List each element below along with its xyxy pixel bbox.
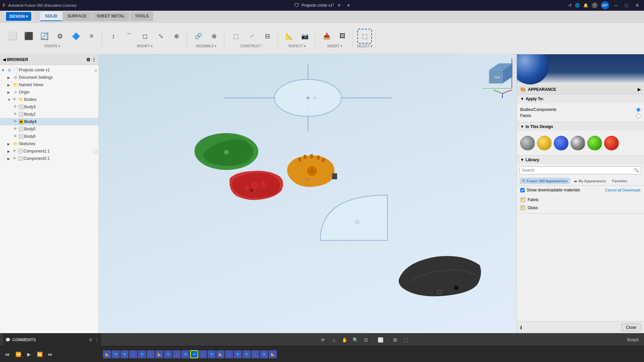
tl-item-6[interactable]: ↕ [147, 350, 155, 358]
tl-item-20[interactable]: 📐 [269, 350, 277, 358]
tl-item-14[interactable]: 📐 [216, 350, 224, 358]
tab-solid[interactable]: SOLID [40, 12, 62, 21]
tree-eye-comp2[interactable]: 👁 [13, 156, 17, 161]
ap-show-downloadable-checkbox[interactable] [520, 188, 525, 192]
vt-zoom-window-btn[interactable]: ⊡ [361, 335, 371, 345]
vt-zoom-btn[interactable]: 🔍 [351, 335, 360, 345]
tb-scale[interactable]: ⤡ [153, 29, 168, 44]
vt-pan-btn[interactable]: ✋ [340, 335, 349, 345]
tb-shell[interactable]: ◻ [138, 29, 152, 44]
browser-collapse-icon[interactable]: ◀ [3, 57, 6, 62]
tl-item-4[interactable]: ↕ [129, 350, 137, 358]
ap-apply-to-header[interactable]: ▼ Apply To: [517, 95, 644, 103]
ap-tab-fusion360[interactable]: ↻ Fusion 360 Appearances [520, 178, 570, 184]
tb-joint-origin[interactable]: ⊕ [207, 29, 221, 44]
tree-item-root[interactable]: ▼ ⊙ 📄 Projecte conte v1 ◎ [0, 66, 99, 74]
tree-item-origin[interactable]: ▶ ⊕ Origin [0, 88, 99, 96]
tree-eye-body2[interactable]: 👁 [13, 112, 18, 117]
ap-tab-favorites[interactable]: Favorites [609, 178, 630, 184]
ap-search-bar[interactable]: 🔍 [520, 166, 641, 174]
tree-item-body3[interactable]: 👁 □ Body3 [0, 103, 99, 111]
tl-next-btn[interactable]: ⏩ [35, 350, 44, 359]
obj-orange[interactable] [283, 152, 337, 189]
vt-orbit-btn[interactable]: ⟳ [318, 335, 328, 345]
bell-icon[interactable]: 🔔 [583, 3, 588, 8]
tb-decal[interactable]: 🖼 [335, 29, 350, 44]
tb-measure[interactable]: 📐 [282, 29, 297, 44]
tl-end-btn[interactable]: ⏭ [46, 350, 55, 359]
ap-cancel-downloads-link[interactable]: Cancel all Downloads [605, 188, 641, 192]
tb-extrude[interactable]: ⬛ [21, 29, 36, 44]
tree-item-bodies[interactable]: ▼ 👁 📁 Bodies [0, 96, 99, 103]
close-btn[interactable]: ✕ [633, 2, 641, 9]
globe-icon[interactable]: 🌐 [575, 3, 580, 8]
maximize-btn[interactable]: □ [623, 2, 630, 9]
tb-joint[interactable]: 🔗 [191, 29, 206, 44]
tb-plane-angle[interactable]: ⟋ [244, 29, 259, 44]
tree-item-body2[interactable]: 👁 □ Body2 [0, 111, 99, 118]
tb-mirror[interactable]: ≡ [84, 29, 99, 44]
tree-item-body6[interactable]: 👁 □ Body6 [0, 133, 99, 140]
tree-arrow-sketches[interactable]: ▶ [7, 142, 12, 146]
tree-arrow-namedviews[interactable]: ▶ [7, 83, 12, 87]
ap-search-button[interactable]: 🔍 [632, 167, 641, 174]
vt-home-btn[interactable]: ⌂ [329, 335, 338, 345]
tree-item-docsettings[interactable]: ▶ ⚙ Document Settings [0, 74, 99, 81]
ap-radio-bodies[interactable] [636, 108, 641, 112]
tl-item-7[interactable]: 📐 [155, 350, 163, 358]
tree-item-comp1[interactable]: ▶ 👁 □ Component1:1 ◯ [0, 147, 99, 155]
vt-viewcube-btn[interactable]: ⬜ [376, 335, 385, 345]
tl-item-9[interactable]: ↕ [173, 350, 181, 358]
tree-eye-bodies[interactable]: 👁 [13, 97, 17, 102]
tree-item-comp2[interactable]: ▶ 👁 □ Component2:1 [0, 155, 99, 162]
tl-item-10[interactable]: 🔷 [181, 350, 190, 358]
tl-item-2[interactable]: 🔷 [112, 350, 120, 358]
swatch-green[interactable] [587, 136, 602, 150]
tb-select[interactable]: ⬚ [357, 29, 372, 44]
tree-item-namedviews[interactable]: ▶ 📁 Named Views [0, 81, 99, 88]
tree-item-sketches[interactable]: ▶ 📁 Sketches [0, 140, 99, 147]
tl-item-8[interactable]: 🔷 [164, 350, 172, 358]
ap-in-design-header[interactable]: ▼ In This Design [517, 122, 644, 131]
tl-item-11[interactable]: 🔷 [190, 350, 198, 358]
swatch-yellow[interactable] [537, 136, 552, 150]
tree-arrow-docsettings[interactable]: ▶ [7, 76, 12, 79]
user-avatar[interactable]: MP [601, 1, 609, 9]
tree-item-body4[interactable]: 👁 ■ Body4 [0, 118, 99, 125]
tb-midplane[interactable]: ⊟ [260, 29, 275, 44]
add-tab-icon[interactable]: + [347, 2, 350, 8]
design-mode-button[interactable]: DESIGN ▾ [6, 12, 31, 21]
tl-play-btn[interactable]: ▶ [24, 350, 34, 359]
tl-prev-btn[interactable]: ⏪ [13, 350, 23, 359]
tree-eye-body5[interactable]: 👁 [13, 127, 18, 131]
tree-arrow-origin[interactable]: ▶ [7, 90, 12, 94]
tb-combine[interactable]: ⊕ [169, 29, 184, 44]
ap-close-button[interactable]: Close [622, 323, 641, 331]
tree-eye-body3[interactable]: 👁 [13, 105, 18, 109]
browser-settings-icon[interactable]: ⚙ [86, 57, 91, 62]
lib-item-fabric[interactable]: 📁 Fabric [517, 196, 644, 204]
ap-expand-icon[interactable]: ▶ [638, 87, 641, 92]
tb-fillet[interactable]: ⌒ [122, 29, 137, 44]
tl-item-12[interactable]: ↕ [199, 350, 207, 358]
tb-new-component[interactable]: ⬜ [5, 29, 20, 44]
tree-arrow-root[interactable]: ▼ [1, 68, 6, 72]
lib-item-glass[interactable]: 📁 Glass [517, 204, 644, 212]
tree-item-body5[interactable]: 👁 □ Body5 [0, 125, 99, 133]
ap-info-icon[interactable]: ℹ [520, 325, 522, 330]
tree-eye-body4[interactable]: 👁 [13, 119, 18, 124]
tl-item-3[interactable]: 🔷 [120, 350, 128, 358]
tl-item-19[interactable]: 🔷 [260, 350, 268, 358]
swatch-red[interactable] [604, 136, 619, 150]
obj-red[interactable] [226, 168, 287, 206]
tb-hole[interactable]: ⚙ [53, 29, 67, 44]
tl-item-16[interactable]: 🔷 [234, 350, 242, 358]
ap-search-input[interactable] [520, 167, 632, 174]
comments-icon[interactable]: 💬 [5, 338, 10, 342]
tab-tools[interactable]: TOOLS [130, 12, 153, 21]
tl-item-17[interactable]: 🔷 [243, 350, 251, 358]
tree-eye-comp1[interactable]: 👁 [13, 149, 17, 154]
obj-dark[interactable] [396, 252, 483, 300]
tab-surface[interactable]: SURFACE [63, 12, 91, 21]
tree-target-icon[interactable]: ◎ [94, 68, 97, 72]
